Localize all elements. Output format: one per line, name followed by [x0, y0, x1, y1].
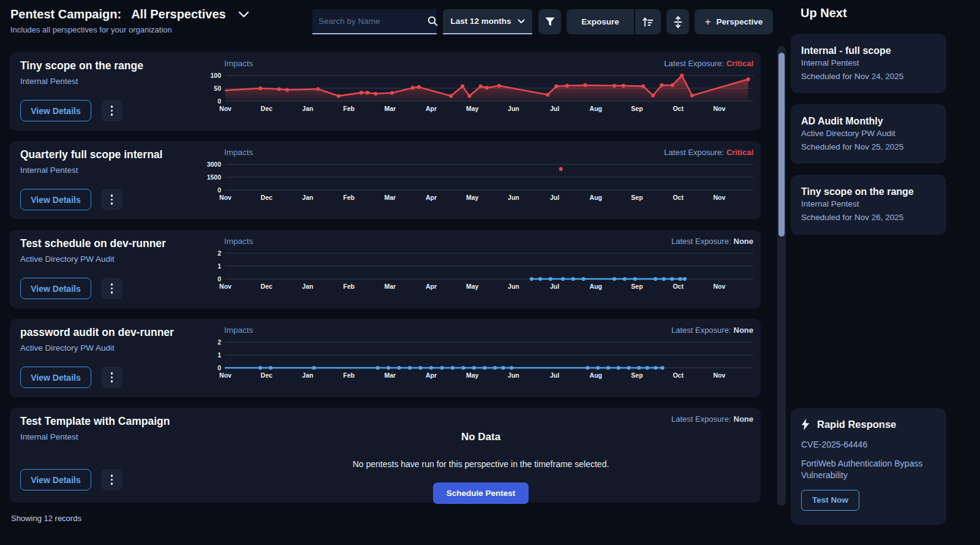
more-options-button[interactable] — [101, 278, 123, 299]
chart-header: Latest Exposure:None — [206, 413, 756, 425]
up-next-card[interactable]: AD Audit MonthlyActive Directory PW Audi… — [791, 104, 946, 164]
view-details-button[interactable]: View Details — [20, 100, 91, 121]
more-options-button[interactable] — [101, 189, 123, 210]
lightning-bolt-icon — [801, 419, 810, 430]
more-options-button[interactable] — [101, 367, 123, 388]
svg-text:Apr: Apr — [426, 105, 437, 112]
svg-text:Nov: Nov — [713, 194, 725, 201]
kebab-dot — [111, 199, 113, 201]
filter-button[interactable] — [538, 9, 561, 34]
page-header: Pentest Campaign: All Perspectives Inclu… — [10, 7, 249, 34]
more-options-button[interactable] — [101, 469, 123, 490]
svg-text:Apr: Apr — [426, 283, 437, 290]
perspective-title: Tiny scope on the range — [20, 59, 143, 72]
chart-header: ImpactsLatest Exposure:Critical — [206, 57, 756, 69]
svg-text:Dec: Dec — [261, 283, 273, 290]
schedule-pentest-button[interactable]: Schedule Pentest — [433, 482, 529, 504]
latest-exposure: Latest Exposure:None — [671, 414, 753, 424]
kebab-dot — [111, 110, 113, 112]
latest-exposure-label: Latest Exposure: — [671, 414, 731, 424]
impacts-line-chart: 012NovDecJanFebMarAprMayJunJulAugSepOctN… — [206, 248, 756, 294]
svg-text:May: May — [466, 194, 479, 201]
up-next-card-title: AD Audit Monthly — [801, 116, 936, 127]
scrollbar-thumb[interactable] — [778, 53, 785, 237]
chart-title: Impacts — [224, 148, 253, 157]
up-next-card-date: Scheduled for Nov 24, 2025 — [801, 70, 936, 83]
timeframe-select[interactable]: Last 12 months — [443, 9, 532, 34]
svg-text:Aug: Aug — [590, 283, 602, 290]
chevron-down-icon[interactable] — [238, 11, 249, 18]
svg-text:3000: 3000 — [207, 161, 222, 168]
svg-text:Nov: Nov — [219, 372, 232, 379]
test-now-button[interactable]: Test Now — [801, 490, 859, 511]
view-details-button[interactable]: View Details — [20, 469, 91, 490]
scrollbar-track[interactable] — [777, 46, 786, 506]
svg-text:Oct: Oct — [673, 194, 684, 201]
sort-group: Exposure — [567, 9, 661, 34]
svg-text:Oct: Oct — [673, 105, 684, 112]
sort-direction-button[interactable] — [635, 9, 661, 34]
latest-exposure-label: Latest Exposure: — [664, 59, 724, 68]
svg-text:2: 2 — [217, 338, 221, 346]
kebab-dot — [111, 372, 113, 375]
sort-ascending-icon — [642, 17, 654, 28]
add-perspective-button[interactable]: + Perspective — [695, 9, 773, 34]
view-details-button[interactable]: View Details — [20, 367, 91, 388]
up-next-card[interactable]: Internal - full scopeInternal PentestSch… — [791, 34, 946, 93]
svg-text:Mar: Mar — [384, 194, 396, 201]
latest-exposure-value: Critical — [726, 59, 753, 68]
no-data-title: No Data — [206, 431, 756, 443]
svg-text:Jul: Jul — [550, 372, 559, 379]
up-next-card-title: Internal - full scope — [801, 45, 936, 56]
svg-text:Nov: Nov — [219, 105, 232, 112]
perspective-type: Active Directory PW Audit — [20, 254, 115, 264]
plus-icon: + — [705, 16, 711, 28]
svg-text:Apr: Apr — [426, 194, 437, 201]
svg-text:Jun: Jun — [508, 105, 519, 112]
svg-text:Feb: Feb — [343, 372, 355, 379]
no-data-block: No DataNo pentests have run for this per… — [206, 426, 756, 504]
perspective-card: Tiny scope on the rangeInternal PentestV… — [10, 52, 761, 131]
svg-text:2: 2 — [217, 250, 221, 257]
svg-text:1: 1 — [217, 262, 221, 270]
latest-exposure-value: None — [734, 237, 754, 246]
chart-title: Impacts — [224, 326, 253, 335]
chart-zone: ImpactsLatest Exposure:Critical015003000… — [206, 146, 756, 205]
more-options-button[interactable] — [101, 100, 123, 121]
chart-title: Impacts — [224, 59, 253, 68]
up-next-card-type: Internal Pentest — [801, 197, 936, 211]
perspective-type: Internal Pentest — [20, 166, 78, 175]
latest-exposure-label: Latest Exposure: — [671, 237, 731, 246]
campaign-selector-value[interactable]: All Perspectives — [131, 7, 226, 21]
up-next-sidebar: Up Next Internal - full scopeInternal Pe… — [791, 0, 946, 545]
kebab-dot — [111, 479, 113, 481]
svg-text:Feb: Feb — [343, 283, 355, 290]
svg-text:0: 0 — [217, 186, 221, 194]
chart-header: ImpactsLatest Exposure:None — [206, 324, 756, 336]
view-details-button[interactable]: View Details — [20, 278, 91, 299]
no-data-message: No pentests have run for this perspectiv… — [206, 459, 756, 469]
impacts-line-chart: 012NovDecJanFebMarAprMayJunJulAugSepOctN… — [206, 337, 756, 383]
perspective-card: Test Template with CampaignInternal Pent… — [10, 408, 761, 503]
kebab-dot — [111, 202, 113, 205]
chart-header: ImpactsLatest Exposure:None — [206, 235, 756, 247]
perspective-card: Quarterly full scope internalInternal Pe… — [10, 141, 761, 219]
perspective-type: Internal Pentest — [20, 432, 78, 441]
perspective-card: Test schedule on dev-runnerActive Direct… — [10, 230, 761, 308]
search-input[interactable] — [318, 17, 427, 26]
svg-text:Mar: Mar — [384, 283, 396, 290]
svg-text:Oct: Oct — [673, 283, 684, 290]
chevron-down-icon — [518, 19, 525, 24]
up-next-card[interactable]: Tiny scope on the rangeInternal PentestS… — [791, 175, 946, 234]
sort-field-button[interactable]: Exposure — [567, 9, 634, 34]
latest-exposure-label: Latest Exposure: — [671, 326, 731, 335]
expand-collapse-rows-button[interactable] — [666, 9, 689, 34]
view-details-button[interactable]: View Details — [20, 189, 91, 210]
up-next-card-date: Scheduled for Nov 26, 2025 — [801, 211, 936, 224]
kebab-dot — [111, 376, 113, 379]
up-next-card-type: Active Directory PW Audit — [801, 127, 936, 140]
svg-text:Jul: Jul — [550, 194, 559, 201]
chart-zone: Latest Exposure:None — [206, 413, 756, 425]
up-next-list: Internal - full scopeInternal PentestSch… — [791, 34, 946, 235]
perspective-type: Internal Pentest — [20, 77, 78, 86]
